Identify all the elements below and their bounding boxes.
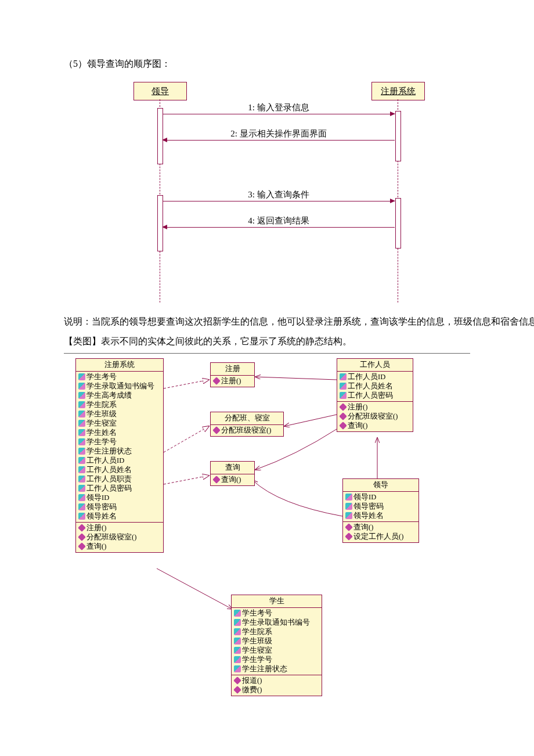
attribute-icon xyxy=(345,494,352,501)
attrs: 学生考号学生录取通知书编号学生高考成绩学生院系学生班级学生寝室学生姓名学生学号学… xyxy=(76,372,163,523)
attribute-icon xyxy=(78,438,85,445)
class-member: 注册() xyxy=(78,523,161,532)
attribute-icon xyxy=(234,656,241,663)
class-member: 领导ID xyxy=(78,493,161,502)
class-title: 注册 xyxy=(211,363,254,376)
attrs: 学生考号学生录取通知书编号学生院系学生班级学生寝室学生学号学生注册状态 xyxy=(232,608,322,675)
ops: 分配班级寝室() xyxy=(211,425,283,436)
class-member: 学生注册状态 xyxy=(78,447,161,456)
msg-label: 2: 显示相关操作界面界面 xyxy=(163,128,395,139)
svg-line-4 xyxy=(284,415,337,426)
class-member: 查询() xyxy=(345,523,416,532)
operation-icon xyxy=(345,532,353,541)
class-member: 学生学号 xyxy=(78,437,161,447)
attribute-icon xyxy=(78,466,85,473)
class-title: 工作人员 xyxy=(337,359,413,372)
class-member: 学生班级 xyxy=(234,636,319,646)
attribute-icon xyxy=(78,513,85,520)
attribute-icon xyxy=(234,628,241,635)
attribute-icon xyxy=(78,373,85,380)
ops: 注册() xyxy=(211,376,254,387)
operation-icon xyxy=(212,476,221,484)
class-member: 工作人员ID xyxy=(78,456,161,465)
class-member: 学生院系 xyxy=(78,400,161,409)
attribute-icon xyxy=(78,420,85,427)
attribute-icon xyxy=(78,476,85,483)
class-member: 领导密码 xyxy=(345,502,416,511)
attrs: 工作人员ID工作人员姓名工作人员密码 xyxy=(337,372,413,402)
class-member: 分配班级寝室() xyxy=(340,412,410,421)
activation xyxy=(395,111,401,161)
activation xyxy=(395,198,401,249)
attribute-icon xyxy=(234,638,241,645)
msg-label: 3: 输入查询条件 xyxy=(163,189,395,200)
svg-line-0 xyxy=(164,380,209,388)
class-member: 领导姓名 xyxy=(78,512,161,521)
attribute-icon xyxy=(78,383,85,390)
attribute-icon xyxy=(340,392,347,399)
operation-icon xyxy=(345,523,353,531)
attribute-icon xyxy=(78,448,85,455)
class-member: 查询() xyxy=(340,421,410,430)
class-member: 学生学号 xyxy=(234,655,319,664)
class-member: 学生考号 xyxy=(234,609,319,618)
attribute-icon xyxy=(234,610,241,617)
operation-icon xyxy=(339,412,347,420)
class-member: 学生寝室 xyxy=(78,419,161,428)
svg-line-6 xyxy=(157,568,232,609)
class-member: 缴费() xyxy=(234,685,319,694)
msg-label: 1: 输入登录信息 xyxy=(163,102,395,113)
class-member: 学生院系 xyxy=(234,627,319,636)
class-title: 学生 xyxy=(232,595,322,608)
attribute-icon xyxy=(234,665,241,672)
class-register: 注册 注册() xyxy=(210,362,255,387)
class-title: 分配班、寝室 xyxy=(211,412,283,425)
class-member: 工作人员职责 xyxy=(78,474,161,484)
class-regsys: 注册系统 学生考号学生录取通知书编号学生高考成绩学生院系学生班级学生寝室学生姓名… xyxy=(75,358,164,553)
class-member: 领导ID xyxy=(345,492,416,502)
class-member: 学生录取通知书编号 xyxy=(78,381,161,391)
attribute-icon xyxy=(340,373,347,380)
operation-icon xyxy=(212,426,221,434)
seq-object-system: 注册系统 xyxy=(371,82,425,100)
class-member: 注册() xyxy=(340,402,410,412)
operation-icon xyxy=(233,676,241,685)
svg-line-2 xyxy=(164,476,209,484)
class-assign: 分配班、寝室 分配班级寝室() xyxy=(210,412,284,437)
attribute-icon xyxy=(78,411,85,417)
attribute-icon xyxy=(78,457,85,464)
ops: 注册()分配班级寝室()查询() xyxy=(337,402,413,431)
class-member: 工作人员密码 xyxy=(78,484,161,493)
attribute-icon xyxy=(234,619,241,626)
class-member: 注册() xyxy=(213,376,252,386)
class-member: 查询() xyxy=(213,475,252,484)
class-member: 工作人员密码 xyxy=(340,391,410,400)
class-member: 分配班级寝室() xyxy=(78,532,161,542)
class-member: 报道() xyxy=(234,676,319,685)
seq-msg-1: 1: 输入登录信息 xyxy=(163,114,395,114)
ops: 查询() xyxy=(211,474,254,485)
operation-icon xyxy=(339,422,347,430)
seq-msg-3: 3: 输入查询条件 xyxy=(163,201,395,201)
attribute-icon xyxy=(78,392,85,399)
seq-msg-4: 4: 返回查询结果 xyxy=(163,227,395,228)
class-member: 学生注册状态 xyxy=(234,664,319,674)
class-title: 注册系统 xyxy=(76,359,163,372)
class-member: 设定工作人员() xyxy=(345,532,416,541)
attribute-icon xyxy=(78,494,85,501)
class-member: 分配班级寝室() xyxy=(213,426,281,435)
attribute-icon xyxy=(78,485,85,492)
class-member: 学生考号 xyxy=(78,372,161,381)
class-title: 领导 xyxy=(343,479,418,492)
ops: 报道()缴费() xyxy=(232,675,322,696)
seq-msg-2: 2: 显示相关操作界面界面 xyxy=(163,140,395,141)
operation-icon xyxy=(78,524,86,532)
explanation-1: 说明：当院系的领导想要查询这次招新学生的信息，他可以登录注册系统，查询该学生的信… xyxy=(64,314,534,329)
class-title: 查询 xyxy=(211,462,254,474)
class-member: 学生录取通知书编号 xyxy=(234,618,319,627)
operation-icon xyxy=(78,542,86,550)
operation-icon xyxy=(233,686,241,694)
svg-line-1 xyxy=(164,426,209,452)
attribute-icon xyxy=(340,383,347,390)
class-member: 学生寝室 xyxy=(234,646,319,655)
